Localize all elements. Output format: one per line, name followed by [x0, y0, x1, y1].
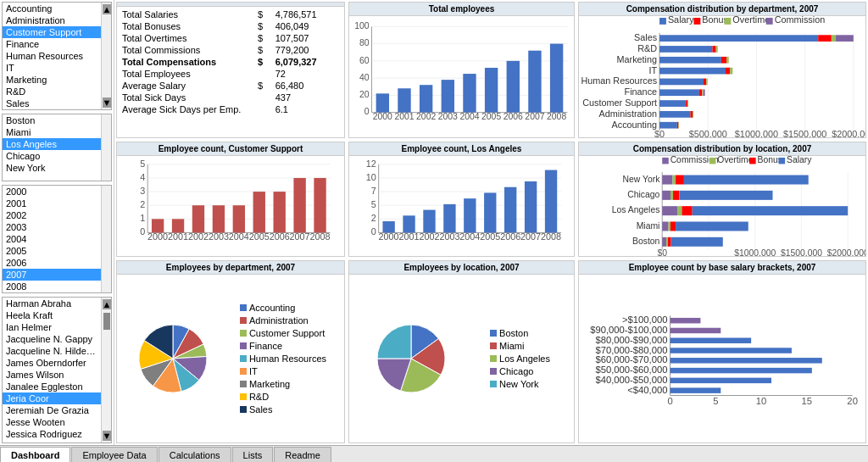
legend-label: Marketing	[249, 379, 290, 389]
summary-value: 72	[272, 68, 342, 80]
year-scrollbar[interactable]	[101, 186, 111, 292]
year-item[interactable]: 2002	[3, 209, 101, 221]
dept-item[interactable]: Marketing	[3, 74, 101, 86]
svg-text:R&D: R&D	[637, 43, 657, 53]
employee-item[interactable]: Jacqueline N. Hildebrand	[3, 345, 101, 357]
year-item[interactable]: 2001	[3, 198, 101, 209]
main-container: AccountingAdministrationCustomer Support…	[0, 0, 868, 462]
summary-value: 6,079,327	[272, 56, 342, 68]
emp-by-dept-panel: Employees by department, 2007 Accounting…	[116, 260, 345, 443]
svg-text:Los Angeles: Los Angeles	[612, 205, 660, 214]
svg-rect-33	[693, 18, 700, 25]
employee-item[interactable]: Janalee Eggleston	[3, 381, 101, 392]
emp-count-city-panel: Employee count, Los Angeles 025710122000…	[348, 142, 575, 257]
employee-item[interactable]: James Oberndorfer	[3, 357, 101, 369]
city-item[interactable]: Los Angeles	[3, 138, 101, 150]
city-item[interactable]: Miami	[3, 126, 101, 138]
employee-item[interactable]: Jeria Coor	[3, 392, 101, 404]
legend-label: Miami	[499, 341, 524, 351]
dept-item[interactable]: Administration	[3, 14, 101, 26]
dept-item[interactable]: Human Resources	[3, 50, 101, 62]
dept-item[interactable]: Finance	[3, 38, 101, 50]
svg-rect-208	[670, 387, 721, 392]
summary-label: Total Employees	[119, 68, 254, 80]
svg-rect-25	[507, 61, 520, 113]
salary-brackets-panel: Employee count by base salary brackets, …	[578, 260, 866, 443]
city-scrollbar[interactable]	[101, 114, 111, 181]
city-item[interactable]: Chicago	[3, 150, 101, 162]
year-item[interactable]: 2006	[3, 257, 101, 269]
employee-list-body: Harman AbrahaHeela KraftIan HelmerJacque…	[3, 298, 101, 443]
tab-employee-data[interactable]: Employee Data	[71, 447, 157, 462]
scrollbar-up[interactable]: ▲	[103, 4, 111, 14]
dept-item[interactable]: IT	[3, 62, 101, 74]
svg-text:$40,000-$50,000: $40,000-$50,000	[595, 375, 667, 385]
dept-item[interactable]: Customer Support	[3, 26, 101, 38]
legend-label: IT	[249, 366, 258, 376]
svg-rect-108	[233, 205, 245, 232]
summary-label: Total Compensations	[119, 56, 254, 68]
svg-rect-200	[670, 348, 792, 353]
svg-text:2008: 2008	[310, 231, 331, 242]
summary-value: 66,480	[272, 80, 342, 92]
legend-color	[240, 317, 247, 324]
svg-text:2001: 2001	[168, 231, 188, 242]
svg-text:2002: 2002	[419, 231, 439, 242]
legend-color	[490, 368, 497, 375]
svg-text:$60,000-$70,000: $60,000-$70,000	[595, 354, 667, 365]
year-item[interactable]: 2003	[3, 221, 101, 233]
dept-item[interactable]: Accounting	[3, 3, 101, 14]
employee-item[interactable]: Ian Helmer	[3, 321, 101, 333]
total-emp-title: Total employees	[349, 3, 574, 16]
legend-label: Customer Support	[249, 328, 325, 338]
year-item[interactable]: 2007	[3, 269, 101, 281]
employee-item[interactable]: Jacqueline N. Gappy	[3, 333, 101, 345]
city-item[interactable]: New York	[3, 162, 101, 174]
pie-svg	[135, 320, 211, 397]
emp-scrollbar[interactable]: ▲ ▼	[101, 298, 111, 443]
tab-lists[interactable]: Lists	[232, 447, 274, 462]
svg-text:Customer Support: Customer Support	[582, 97, 657, 108]
emp-scroll-down[interactable]: ▼	[103, 431, 111, 441]
employee-item[interactable]: Harman Abraha	[3, 298, 101, 309]
employee-item[interactable]: Jeremiah De Grazia	[3, 404, 101, 416]
svg-rect-57	[716, 46, 718, 53]
svg-rect-177	[662, 206, 677, 215]
employee-item[interactable]: Jessica Rodriguez	[3, 428, 101, 440]
scrollbar-down[interactable]: ▼	[103, 97, 111, 108]
svg-rect-169	[676, 175, 684, 185]
tab-readme[interactable]: Readme	[274, 447, 331, 462]
year-item[interactable]: 2000	[3, 186, 101, 198]
summary-value: 4,786,571	[272, 8, 342, 20]
year-item[interactable]: 2008	[3, 281, 101, 292]
tab-calculations[interactable]: Calculations	[159, 447, 231, 462]
tab-dashboard[interactable]: Dashboard	[0, 447, 70, 462]
emp-count-city-title: Employee count, Los Angeles	[349, 142, 574, 156]
year-item[interactable]: 2004	[3, 233, 101, 245]
svg-rect-135	[423, 210, 435, 233]
department-list-section: AccountingAdministrationCustomer Support…	[2, 2, 112, 110]
legend-color	[490, 381, 497, 387]
svg-rect-64	[726, 68, 730, 75]
svg-text:2002: 2002	[416, 112, 436, 121]
year-item[interactable]: 2005	[3, 245, 101, 257]
city-list-body: BostonMiamiLos AngelesChicagoNew York	[3, 114, 101, 181]
emp-scroll-up[interactable]: ▲	[103, 299, 111, 309]
employee-item[interactable]: Heela Kraft	[3, 309, 101, 321]
legend-label: Accounting	[249, 303, 295, 313]
summary-label: Average Sick Days per Emp.	[119, 103, 254, 115]
svg-rect-53	[836, 35, 854, 42]
svg-rect-155	[779, 158, 786, 164]
legend-color	[490, 342, 497, 349]
svg-rect-190	[671, 237, 723, 247]
dept-item[interactable]: R&D	[3, 86, 101, 97]
dept-item[interactable]: Sales	[3, 97, 101, 109]
total-employees-panel: Total employees 020406080100200020012002…	[348, 2, 575, 138]
dept-scrollbar[interactable]: ▲ ▼	[101, 3, 111, 109]
city-item[interactable]: Boston	[3, 114, 101, 126]
employee-item[interactable]: James Wilson	[3, 369, 101, 381]
employee-item[interactable]: Joeanne Melendez	[3, 440, 101, 443]
emp-scroll-thumb[interactable]	[103, 313, 110, 330]
employee-item[interactable]: Jesse Wooten	[3, 416, 101, 428]
svg-text:5: 5	[713, 396, 718, 406]
